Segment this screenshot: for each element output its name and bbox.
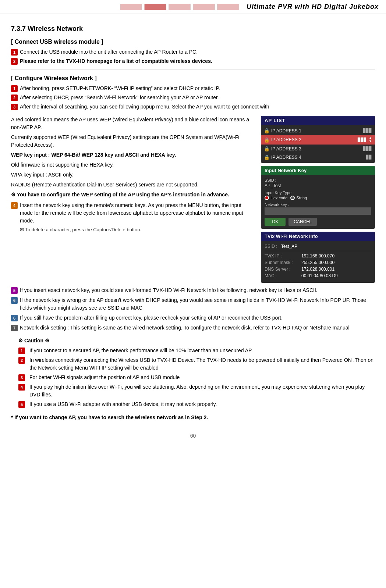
ap-item-3[interactable]: 🔒 IP ADDRESS 3 ▊▊▊ (261, 145, 375, 153)
hex-radio (265, 196, 269, 200)
step4-badge: 4 (11, 202, 18, 209)
wifi-label-dns: DNS Server : (265, 267, 301, 272)
wifi-label-subnet: Subnet mask : (265, 260, 301, 265)
hex-code-label: Hex code (270, 196, 287, 200)
lock-icon-2: 🔒 (264, 137, 269, 143)
step5-badge: 5 (11, 287, 18, 294)
step7-badge: 7 (11, 325, 18, 331)
caution-badge-1: 1 (18, 348, 25, 354)
cancel-button[interactable]: CANCEL (288, 218, 317, 226)
wifi-ssid-value: Test_AP (281, 244, 298, 249)
hexa-note: Old firmware is not supporting the HEXA … (11, 161, 254, 169)
wifi-info-body: SSID : Test_AP TViX IP : 192.168.000.070… (261, 241, 375, 283)
caution-text-2: In wireless connectivity connecting the … (29, 356, 375, 372)
ap-item-2[interactable]: 🔒 IP ADDRESS 2 ▊▊▊ ▲ ▼ (261, 135, 375, 145)
key-type-label: Input Key Type : (265, 190, 371, 195)
wep-key-text: WEP key input : WEP 64-Bit/ WEP 128 key … (11, 152, 176, 158)
connect-step1: 1 Connect the USB module into the unit a… (11, 48, 375, 56)
wifi-ssid-label: SSID : (265, 244, 277, 249)
config-badge-2: 2 (11, 95, 18, 101)
caution-badge-2: 2 (18, 357, 25, 364)
ap-name-3: IP ADDRESS 3 (271, 146, 361, 152)
input-key-panel: Input Network Key SSID : AP_Test Input K… (261, 166, 375, 229)
header-bar: Ultimate PVR with HD Digital Jukebox (0, 0, 386, 14)
string-option[interactable]: String (290, 196, 307, 200)
caution-title: ※ Caution ※ (18, 337, 375, 345)
input-key-body: SSID : AP_Test Input Key Type : Hex code… (261, 175, 375, 229)
two-col-section: A red colored icon means the AP uses WEP… (11, 116, 375, 283)
input-key-header: Input Network Key (261, 166, 375, 175)
progress-box-5 (217, 4, 239, 10)
hex-code-option[interactable]: Hex code (265, 196, 287, 200)
caution-text-4: If you play high definition files over W… (29, 383, 375, 399)
progress-box-4 (193, 4, 215, 10)
config-step2: 2 After selecting DHCP, press “Search Wi… (11, 94, 375, 101)
header-title: Ultimate PVR with HD Digital Jukebox (247, 3, 379, 11)
lock-icon-4: 🔒 (264, 154, 269, 160)
wifi-info-row-2: Subnet mask : 255.255.000.000 (265, 260, 371, 265)
ap-signal-1: ▊▊▊ (363, 128, 372, 133)
caution-text-3: For better Wi-Fi signals adjust the posi… (29, 374, 180, 381)
caution-item-2: 2 In wireless connectivity connecting th… (18, 356, 375, 372)
wifi-info-panel: TVix Wi-Fi Network Info SSID : Test_AP T… (261, 232, 375, 283)
config-step3: 3 After the interval of searching, you c… (11, 103, 375, 111)
step4-text: Insert the network key using the remote’… (20, 202, 254, 225)
wpa-key: WPA key input : ASCII only. (11, 171, 254, 179)
step4: 4 Insert the network key using the remot… (11, 202, 254, 225)
main-content: 7.3.7 Wireless Network [ Connect USB wir… (0, 14, 386, 452)
caution-section: ※ Caution ※ 1 If you connect to a secure… (11, 337, 375, 410)
network-key-label: Network key : (265, 202, 371, 207)
page-footer: 60 (11, 427, 375, 444)
ok-button[interactable]: OK (265, 218, 286, 226)
step5: 5 If you insert exact network key, you c… (11, 286, 375, 294)
left-col: A red colored icon means the AP uses WEP… (11, 116, 254, 283)
config-badge-1: 1 (11, 85, 18, 92)
badge-1: 1 (11, 49, 18, 56)
step6b: 6 If you still have the problem after fi… (11, 314, 375, 322)
caution-badge-3: 3 (18, 374, 25, 381)
step7-text: Network disk setting : This setting is s… (20, 324, 350, 332)
badge-2: 2 (11, 58, 18, 65)
wifi-info-row-4: MAC : 00:01:04:80:08:D9 (265, 273, 371, 278)
key-type-row: Hex code String (265, 196, 371, 200)
string-label: String (296, 196, 307, 200)
right-col: AP LIST 🔒 IP ADDRESS 1 ▊▊▊ 🔒 IP ADDRESS … (261, 116, 375, 283)
connect-step1-text: Connect the USB module into the unit aft… (20, 48, 198, 56)
ap-name-4: IP ADDRESS 4 (271, 155, 364, 160)
string-radio (290, 196, 295, 200)
wep-desc-text: A red colored icon means the AP uses WEP… (11, 117, 249, 130)
caution-item-5: 5 If you use a USB Wi-Fi adapter with an… (18, 400, 375, 408)
ap-item-4[interactable]: 🔒 IP ADDRESS 4 ▊▊ (261, 153, 375, 161)
ssid-row: SSID : Test_AP (265, 244, 371, 251)
network-key-input[interactable] (265, 207, 371, 215)
step7: 7 Network disk setting : This setting is… (11, 324, 375, 332)
progress-box-2 (144, 4, 166, 10)
wifi-label-ip: TViX IP : (265, 253, 301, 259)
wifi-value-ip: 192.168.000.070 (301, 253, 334, 259)
config-step2-text: After selecting DHCP, press “Search Wi-F… (20, 94, 219, 101)
config-badge-3: 3 (11, 104, 18, 110)
step6a: 6 If the network key is wrong or the AP … (11, 296, 375, 312)
page-number: 60 (190, 433, 196, 439)
wifi-info-row-3: DNS Server : 172.028.000.001 (265, 267, 371, 272)
ap-signal-2: ▊▊▊ (358, 138, 366, 142)
section-title: 7.3.7 Wireless Network (11, 25, 375, 33)
ap-signal-3: ▊▊▊ (363, 146, 372, 151)
step5-text: If you insert exact network key, you cou… (20, 286, 318, 294)
caution-text-5: If you use a USB Wi-Fi adapter with anot… (29, 400, 217, 408)
caution-item-3: 3 For better Wi-Fi signals adjust the po… (18, 374, 375, 381)
wep-desc: A red colored icon means the AP uses WEP… (11, 116, 254, 131)
configure-wifi-heading: [ Configure Wireless Network ] (11, 75, 375, 82)
step6a-text: If the network key is wrong or the AP do… (20, 296, 375, 312)
ap-item-1[interactable]: 🔒 IP ADDRESS 1 ▊▊▊ (261, 126, 375, 135)
ap-name-1: IP ADDRESS 1 (271, 128, 361, 133)
lock-icon-3: 🔒 (264, 146, 269, 152)
wifi-value-mac: 00:01:04:80:08:D9 (301, 273, 338, 278)
radius-note: RADIUS (Remote Authentication Dial-In Us… (11, 181, 254, 189)
step6b-text: If you still have the problem after fill… (20, 314, 283, 322)
wifi-label-mac: MAC : (265, 273, 301, 278)
configure-note-text: ※ You have to configure the WEP setting … (11, 192, 229, 197)
wifi-info-header: TVix Wi-Fi Network Info (261, 232, 375, 241)
caution-badge-5: 5 (18, 401, 25, 408)
ap-list-panel: AP LIST 🔒 IP ADDRESS 1 ▊▊▊ 🔒 IP ADDRESS … (261, 116, 375, 163)
